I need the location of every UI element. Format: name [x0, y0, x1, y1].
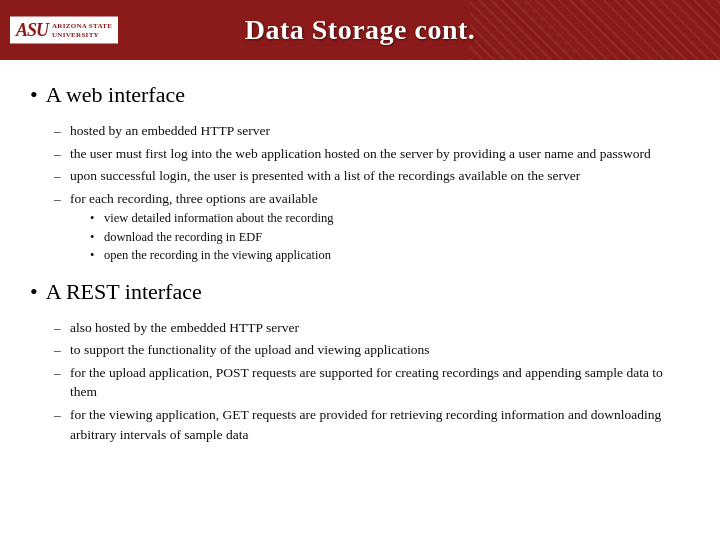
section1-title: • A web interface: [30, 78, 690, 111]
list-item: for each recording, three options are av…: [54, 189, 690, 265]
section2-list: also hosted by the embedded HTTP server …: [30, 318, 690, 444]
list-item: for the viewing application, GET request…: [54, 405, 690, 444]
list-item: also hosted by the embedded HTTP server: [54, 318, 690, 338]
list-item: the user must first log into the web app…: [54, 144, 690, 164]
nested-item: download the recording in EDF: [90, 229, 690, 247]
asu-text: ARIZONA STATE UNIVERSITY: [52, 22, 112, 39]
asu-logo-box: ASU ARIZONA STATE UNIVERSITY: [10, 17, 118, 44]
section2-title: • A REST interface: [30, 275, 690, 308]
section2-bullet: •: [30, 275, 38, 308]
page-title: Data Storage cont.: [245, 14, 476, 46]
asu-line1: ARIZONA STATE: [52, 22, 112, 30]
section1-list: hosted by an embedded HTTP server the us…: [30, 121, 690, 265]
section1-bullet: •: [30, 78, 38, 111]
nested-item: open the recording in the viewing applic…: [90, 247, 690, 265]
section1-label: A web interface: [46, 78, 185, 111]
nested-item: view detailed information about the reco…: [90, 210, 690, 228]
list-item: hosted by an embedded HTTP server: [54, 121, 690, 141]
header-overlay: [470, 0, 720, 60]
list-item: for the upload application, POST request…: [54, 363, 690, 402]
list-item: to support the functionality of the uplo…: [54, 340, 690, 360]
asu-letters: ASU: [16, 20, 48, 41]
asu-logo: ASU ARIZONA STATE UNIVERSITY: [10, 17, 118, 44]
nested-list: view detailed information about the reco…: [70, 210, 690, 265]
header: ASU ARIZONA STATE UNIVERSITY Data Storag…: [0, 0, 720, 60]
section2-label: A REST interface: [46, 275, 202, 308]
asu-line2: UNIVERSITY: [52, 30, 112, 38]
main-content: • A web interface hosted by an embedded …: [0, 60, 720, 468]
list-item: upon successful login, the user is prese…: [54, 166, 690, 186]
